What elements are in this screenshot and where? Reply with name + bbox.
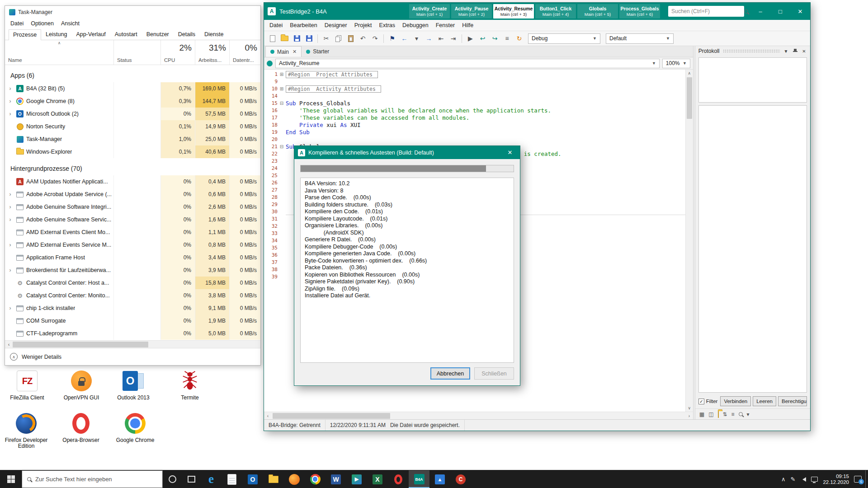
column-header-status[interactable]: Status [113,40,160,65]
process-row[interactable]: Norton Security0,1%14,9 MB0 MB/s [5,120,260,133]
taskbar-app-explorer[interactable] [263,470,284,488]
process-row[interactable]: Application Frame Host0%3,4 MB0 MB/s [5,251,260,264]
taskbar-search-input[interactable] [35,476,157,483]
cortana-button[interactable] [163,470,182,488]
ide-titlebar[interactable]: A TestBridge2 - B4A Activity_CreateMain … [264,3,810,20]
list-icon[interactable]: ≡ [731,411,735,418]
tm-tab-prozesse[interactable]: Prozesse [9,29,41,40]
network-icon[interactable] [811,477,818,482]
filter-checkbox[interactable]: ✓ [698,399,704,404]
modules-list-icon[interactable]: ≡ [501,33,513,44]
task-manager-titlebar[interactable]: Task-Manager [5,6,260,18]
taskbar-app-b4a[interactable]: B4A [409,470,429,488]
tm-tab-dienste[interactable]: Dienste [200,29,228,40]
ide-menu-fenster[interactable]: Fenster [432,20,458,30]
navigate-dropdown-icon[interactable]: ▾ [411,33,422,44]
scroll-left-arrow-icon[interactable]: ‹ [264,413,272,418]
editor-tab-starter[interactable]: Starter [302,46,334,57]
hotkey-button-activity_pause[interactable]: Activity_PauseMain (ctrl + 2) [451,4,492,19]
process-group-header[interactable]: Hintergrundprozesse (70) [5,158,260,175]
ide-menu-bearbeiten[interactable]: Bearbeiten [286,20,321,30]
navigate-back-icon[interactable]: ← [399,33,410,44]
process-row[interactable]: CTF-Ladeprogramm0%5,0 MB0 MB/s [5,327,260,340]
ide-menu-datei[interactable]: Datei [266,20,286,30]
tm-tab-details[interactable]: Details [174,29,200,40]
save-icon[interactable] [291,33,302,44]
pin-icon[interactable] [792,48,798,54]
taskbar-app-media[interactable]: ▶ [346,470,367,488]
bookmark-icon[interactable]: ⚑ [387,33,398,44]
tm-menu-ansicht[interactable]: Ansicht [57,19,83,28]
scroll-right-arrow-icon[interactable]: › [685,413,693,418]
sub-navigator-combobox[interactable]: Activity_Resume▼ [275,59,660,68]
cut-icon[interactable]: ✂ [321,33,332,44]
save-all-icon[interactable] [303,33,315,44]
show-desktop-button[interactable] [865,470,868,488]
new-file-icon[interactable] [267,33,278,44]
desktop-icon-outlook[interactable]: OOutlook 2013 [110,369,157,401]
taskbar-app-word[interactable]: W [326,470,346,488]
outdent-icon[interactable]: ⇤ [435,33,447,44]
desktop-icon-chrome[interactable]: Google Chrome [112,412,159,443]
run-icon[interactable]: ▶ [465,33,476,44]
taskbar-app-security[interactable]: C [450,470,471,488]
jump-previous-icon[interactable]: ↩ [477,33,488,44]
taskbar-app-firefox[interactable] [284,470,305,488]
tm-tab-app-verlauf[interactable]: App-Verlauf [71,29,110,40]
folder-icon[interactable] [718,411,719,418]
hotkey-button-process_globals[interactable]: Process_GlobalsMain (ctrl + 6) [619,4,660,19]
jump-next-icon[interactable]: ↪ [489,33,500,44]
taskbar-app-opera[interactable] [388,470,409,488]
scrollbar-thumb[interactable] [13,342,148,347]
caret-icon[interactable]: ▾ [747,411,750,418]
process-row[interactable]: ›Adobe Genuine Software Servic...0%1,6 M… [5,213,260,226]
process-row[interactable]: Windows-Explorer0,1%40,6 MB0 MB/s [5,145,260,158]
desktop-icon-opera[interactable]: Opera-Browser [57,412,104,443]
process-row[interactable]: ⚙Catalyst Control Center: Monito...0%3,8… [5,289,260,302]
scrollbar-thumb[interactable] [687,77,692,119]
chevron-down-icon[interactable]: ▼ [783,49,789,54]
process-row[interactable]: AMD External Events Client Mo...0%1,1 MB… [5,226,260,239]
panel-button-verbinden[interactable]: Verbinden [720,396,751,406]
tm-horizontal-scrollbar[interactable]: ‹ [5,340,260,348]
process-group-header[interactable]: Apps (6) [5,65,260,82]
process-row[interactable]: ›AB4A (32 Bit) (5)0,7%169,0 MB0 MB/s [5,82,260,95]
log-filter-box[interactable] [698,57,807,103]
fold-marker[interactable]: ⊟ [278,101,286,106]
paste-icon[interactable] [345,33,356,44]
column-header-name[interactable]: ∧ Name [5,40,113,65]
columns-icon[interactable]: ◫ [708,411,713,418]
process-row[interactable]: COM Surrogate0%1,9 MB0 MB/s [5,314,260,327]
close-button[interactable]: ✕ [790,3,810,20]
maximize-button[interactable]: □ [770,3,790,20]
build-config-combobox[interactable]: Debug▼ [528,33,600,44]
desktop-icon-termite[interactable]: Termite [166,369,213,401]
column-header-cpu[interactable]: 2% CPU [160,40,195,65]
volume-icon[interactable] [800,477,806,482]
taskbar-search-box[interactable] [22,470,163,488]
hotkey-button-button1_click[interactable]: Button1_ClickMain (ctrl + 4) [535,4,576,19]
indent-icon[interactable]: ⇥ [448,33,459,44]
less-details-label[interactable]: Weniger Details [22,354,61,360]
process-row[interactable]: ›Adobe Genuine Software Integri...0%2,6 … [5,201,260,213]
process-row[interactable]: ›Google Chrome (8)0,3%144,7 MB0 MB/s [5,95,260,108]
tm-menu-optionen[interactable]: Optionen [27,19,57,28]
hotkey-button-activity_create[interactable]: Activity_CreateMain (ctrl + 1) [409,4,450,19]
taskbar-app-notepad[interactable] [222,470,242,488]
taskbar-app-chrome[interactable] [305,470,326,488]
search-icon[interactable] [739,411,743,418]
process-row[interactable]: ›OMicrosoft Outlook (2)0%57,5 MB0 MB/s [5,108,260,120]
taskbar-app-outlook[interactable]: O [242,470,263,488]
panel-button-leeren[interactable]: Leeren [753,396,776,406]
expand-arrow-icon[interactable]: › [7,305,14,311]
desktop-icon-openvpn[interactable]: OpenVPN GUI [58,369,105,401]
start-button[interactable] [0,470,22,488]
grid-icon[interactable]: ▦ [699,411,704,418]
task-view-button[interactable] [182,470,201,488]
minimize-button[interactable]: – [750,3,770,20]
tm-menu-datei[interactable]: Datei [7,19,27,28]
editor-vertical-scrollbar[interactable]: ∧ ∨ [685,70,693,412]
collapse-details-icon[interactable]: ∧ [10,353,18,361]
ide-menu-projekt[interactable]: Projekt [351,20,376,30]
redo-icon[interactable]: ↷ [369,33,381,44]
